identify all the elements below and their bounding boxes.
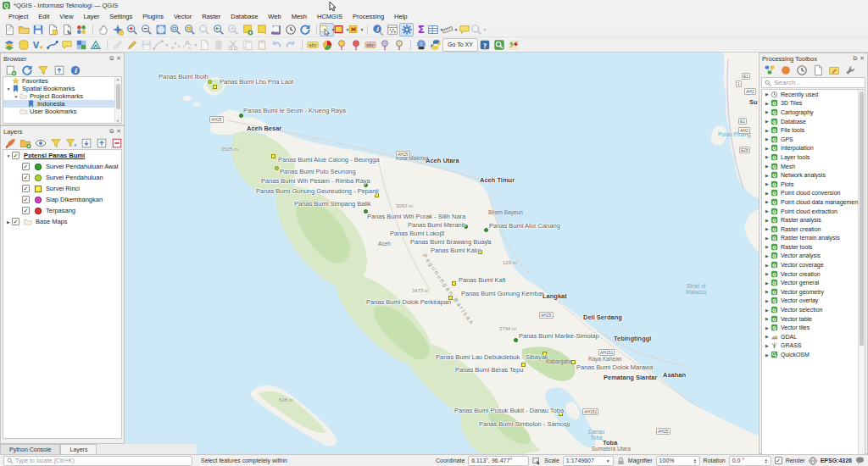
browser-refresh-button[interactable] bbox=[20, 64, 33, 76]
geothermal-marker-ysq[interactable] bbox=[452, 281, 456, 286]
layer-checkbox[interactable]: ✓ bbox=[12, 152, 19, 159]
crs-globe-icon[interactable] bbox=[809, 457, 817, 465]
undo-button[interactable] bbox=[269, 38, 283, 52]
modify-form-button[interactable] bbox=[197, 38, 211, 52]
deselect-button[interactable]: ▼ bbox=[348, 23, 363, 36]
data-source-manager-button[interactable] bbox=[2, 38, 16, 52]
dock-tab-layers[interactable]: Layers bbox=[60, 444, 97, 454]
menu-mesh[interactable]: Mesh bbox=[287, 12, 312, 21]
processing-category-raster-terrain-analysis[interactable]: ▶QRaster terrain analysis bbox=[762, 234, 865, 243]
coordinate-input[interactable]: 6.113°, 96.477° bbox=[468, 456, 529, 466]
processing-category-grass[interactable]: ▶GRASS bbox=[762, 341, 865, 351]
add-delimited-button[interactable]: , bbox=[59, 38, 74, 52]
select-rect-button[interactable]: ▼ bbox=[320, 23, 334, 36]
delete-trash-button[interactable] bbox=[211, 38, 225, 52]
label-pin-move-button[interactable] bbox=[392, 38, 406, 52]
filter-legend-button[interactable] bbox=[50, 137, 62, 149]
browser-filter-button[interactable] bbox=[36, 64, 49, 76]
browser-close-icon[interactable]: ✕ bbox=[116, 55, 121, 62]
label-color-button[interactable] bbox=[320, 38, 334, 52]
geothermal-marker-ysq[interactable] bbox=[559, 412, 563, 416]
style-manager-button[interactable] bbox=[74, 23, 88, 36]
map-canvas[interactable]: Panas Bumi IboihPanas Bumi Lho Pria Laot… bbox=[125, 53, 759, 454]
layer-checkbox[interactable]: ✓ bbox=[22, 163, 30, 170]
crs-value[interactable]: EPSG:4326 bbox=[821, 458, 852, 463]
new-layout-button[interactable] bbox=[45, 23, 59, 36]
geothermal-marker-ysq[interactable] bbox=[448, 296, 453, 300]
processing-category-3d-tiles[interactable]: ▶Q3D Tiles bbox=[762, 99, 865, 108]
geothermal-marker-ysq[interactable] bbox=[478, 250, 482, 254]
processing-category-vector-overlay[interactable]: ▶QVector overlay bbox=[762, 297, 865, 306]
label-abc-button[interactable]: abc bbox=[305, 38, 320, 52]
copy-features-button[interactable] bbox=[240, 38, 254, 52]
dock-tab-python-console[interactable]: Python Console bbox=[0, 444, 60, 454]
geothermal-marker-green[interactable] bbox=[514, 338, 518, 342]
add-raster-button[interactable] bbox=[74, 38, 88, 52]
menu-web[interactable]: Web bbox=[263, 12, 286, 21]
processing-category-quickosm[interactable]: ▶QuickOSM bbox=[762, 350, 865, 359]
new-project-button[interactable] bbox=[2, 23, 16, 36]
pan-selection-button[interactable] bbox=[110, 23, 125, 36]
add-vector-button[interactable]: V bbox=[31, 38, 45, 52]
browser-item-project-bookmarks[interactable]: ▼Project Bookmarks bbox=[3, 92, 121, 100]
label-pin-save-button[interactable] bbox=[377, 38, 392, 52]
geothermal-marker-ysq[interactable] bbox=[440, 231, 444, 236]
processing-category-cartography[interactable]: ▶QCartography bbox=[762, 108, 865, 117]
menu-project[interactable]: Project bbox=[3, 12, 33, 21]
remove-layer-button[interactable] bbox=[111, 137, 123, 149]
processing-category-vector-selection[interactable]: ▶QVector selection bbox=[762, 305, 865, 314]
menu-help[interactable]: Help bbox=[389, 12, 412, 21]
processing-category-vector-table[interactable]: ▶QVector table bbox=[762, 314, 865, 324]
processing-category-interpolation[interactable]: ▶QInterpolation bbox=[762, 144, 865, 153]
label-pin-red-button[interactable] bbox=[348, 38, 363, 52]
pan-map-button[interactable] bbox=[96, 23, 110, 36]
menu-vector[interactable]: Vector bbox=[169, 12, 197, 21]
layer-checkbox[interactable]: ✓ bbox=[12, 218, 19, 225]
layer-checkbox[interactable]: ✓ bbox=[22, 207, 30, 214]
add-mesh-button[interactable] bbox=[88, 38, 103, 52]
layer-item-base-maps[interactable]: ▶✓Base Maps bbox=[3, 216, 121, 227]
processing-gear-button[interactable] bbox=[399, 23, 414, 36]
magnifier-spin[interactable]: 100%▲▼ bbox=[656, 456, 700, 466]
scripts-button[interactable] bbox=[779, 64, 792, 76]
geothermal-marker-lime[interactable] bbox=[275, 166, 279, 170]
geothermal-marker-ysq[interactable] bbox=[375, 193, 379, 197]
rotation-spin[interactable]: 0.0 °▲▼ bbox=[729, 456, 771, 466]
processing-category-network-analysis[interactable]: ▶QNetwork analysis bbox=[762, 170, 865, 180]
browser-item-user-bookmarks[interactable]: User Bookmarks bbox=[3, 108, 121, 115]
collapse-tree-button[interactable] bbox=[96, 137, 108, 149]
geothermal-marker-green[interactable] bbox=[364, 183, 368, 187]
browser-item-spatial-bookmarks[interactable]: ▼Spatial Bookmarks bbox=[3, 85, 121, 92]
identify-button[interactable]: i bbox=[370, 23, 385, 36]
log-doc-button[interactable] bbox=[811, 64, 824, 76]
menu-settings[interactable]: Settings bbox=[104, 12, 137, 21]
temporal-clock-button[interactable] bbox=[283, 23, 298, 36]
add-spatialite-button[interactable] bbox=[45, 38, 59, 52]
processing-category-raster-tools[interactable]: ▶QRaster tools bbox=[762, 242, 865, 252]
properties-info-button[interactable]: i bbox=[69, 64, 81, 76]
processing-category-vector-geometry[interactable]: ▶QVector geometry bbox=[762, 287, 865, 297]
processing-category-recently-used[interactable]: ▶Recently used bbox=[762, 90, 865, 99]
geothermal-marker-ysq[interactable] bbox=[521, 363, 526, 367]
models-button[interactable] bbox=[763, 64, 776, 76]
map-tips-button[interactable] bbox=[457, 23, 471, 36]
label-pin-button[interactable] bbox=[334, 38, 348, 52]
browser-item-favorites[interactable]: Favorites bbox=[3, 77, 121, 85]
show-bookmarks-button[interactable] bbox=[254, 23, 269, 36]
new-geopackage-button[interactable] bbox=[16, 38, 31, 52]
zoom-layer-button[interactable] bbox=[197, 23, 211, 36]
processing-category-gdal[interactable]: ▶GDAL bbox=[762, 332, 865, 341]
menu-processing[interactable]: Processing bbox=[348, 12, 389, 21]
menu-layer[interactable]: Layer bbox=[78, 12, 104, 21]
save-edits-button[interactable] bbox=[139, 38, 153, 52]
processing-search-input[interactable]: Search... bbox=[761, 77, 865, 88]
geothermal-marker-green[interactable] bbox=[486, 240, 490, 244]
select-value-button[interactable]: ▼ bbox=[334, 23, 348, 36]
layer-checkbox[interactable]: ✓ bbox=[22, 185, 30, 192]
label-highlight-button[interactable]: abc bbox=[363, 38, 377, 52]
geothermal-marker-green[interactable] bbox=[364, 209, 368, 214]
layer-checkbox[interactable]: ✓ bbox=[22, 174, 30, 181]
geothermal-marker-ysq[interactable] bbox=[213, 85, 217, 89]
refresh-button[interactable] bbox=[298, 23, 312, 36]
new-bookmark-button[interactable] bbox=[240, 23, 254, 36]
